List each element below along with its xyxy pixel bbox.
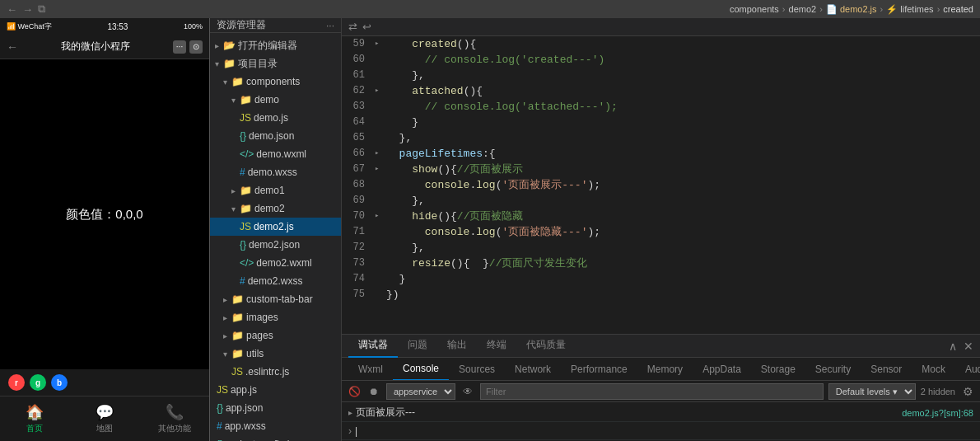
phone-battery: 100% (184, 22, 203, 30)
console-row: ▸ 页面被展示--- demo2.js?[sm]:68 (342, 404, 980, 422)
tab-code-quality[interactable]: 代码质量 (516, 335, 576, 358)
tree-components[interactable]: 📁 components (210, 73, 341, 91)
json-file-icon: {} (240, 130, 246, 142)
console-cursor: | (355, 425, 357, 437)
tab-appdata[interactable]: AppData (693, 358, 751, 381)
tab-terminal[interactable]: 终端 (477, 335, 516, 358)
folder-icon-6: 📁 (231, 293, 244, 305)
tree-images[interactable]: 📁 images (210, 308, 341, 326)
tab-security[interactable]: Security (805, 358, 861, 381)
console-prompt-icon: › (348, 425, 352, 437)
tab-console[interactable]: Console (393, 358, 449, 381)
tree-demo-wxml-label: demo.wxml (256, 148, 306, 160)
folder-icon-9: 📁 (231, 348, 244, 359)
console-level-select[interactable]: Default levels ▾ (828, 383, 916, 400)
js-file-icon-4: JS (217, 384, 228, 396)
nav-map[interactable]: 💬 地图 (70, 396, 140, 441)
tab-output[interactable]: 输出 (437, 335, 477, 358)
tree-components-label: components (246, 76, 300, 87)
tree-demo-js[interactable]: JS demo.js (210, 109, 341, 127)
tree-project[interactable]: 📁 项目目录 (210, 54, 341, 73)
tree-demo2-js-label: demo2.js (254, 221, 294, 232)
nav-forward-icon[interactable]: → (22, 3, 33, 16)
breadcrumb-demo2: demo2 (789, 4, 817, 14)
tree-appjson[interactable]: {} app.json (210, 399, 341, 417)
tree-demo1[interactable]: 📁 demo1 (210, 181, 341, 199)
nav-contacts[interactable]: 📞 其他功能 (139, 396, 209, 441)
panel-close-icon[interactable]: ✕ (964, 340, 973, 353)
panel-minimize-icon[interactable]: ∧ (949, 340, 957, 353)
tree-demo2-wxss[interactable]: # demo2.wxss (210, 272, 341, 290)
tab-sensor[interactable]: Sensor (861, 358, 912, 381)
console-filter-input[interactable] (480, 383, 824, 400)
tree-projectconfig[interactable]: {} project.config.json (210, 435, 341, 441)
undo-icon[interactable]: ↩ (362, 21, 371, 33)
nav-back-icon[interactable]: ← (7, 3, 17, 16)
tree-demo-wxss[interactable]: # demo.wxss (210, 163, 341, 181)
tree-demo2-label: demo2 (254, 203, 285, 214)
tab-storage[interactable]: Storage (751, 358, 805, 381)
bottom-panel: 调试器 问题 输出 终端 代码质量 ∧ ✕ Wxml Console Sourc… (342, 334, 980, 441)
phone-content: 颜色值：0,0,0 (0, 59, 209, 369)
file-tree-more[interactable]: ··· (326, 20, 334, 31)
tree-eslintrc[interactable]: JS .eslintrc.js (210, 363, 341, 381)
format-icon[interactable]: ⇄ (348, 21, 357, 33)
file-tree-panel: 资源管理器 ··· 📂 打开的编辑器 📁 项目目录 📁 components 📁… (210, 18, 342, 441)
appservice-select[interactable]: appservice (386, 383, 455, 400)
js-file-icon-2: JS (240, 221, 251, 232)
tree-project-label: 项目目录 (238, 57, 278, 71)
nav-home[interactable]: 🏠 首页 (0, 396, 70, 441)
tab-performance[interactable]: Performance (561, 358, 637, 381)
tree-demo2-wxml-label: demo2.wxml (256, 257, 311, 269)
code-line-61: 61 }, (342, 68, 980, 83)
split-icon[interactable]: ⧉ (38, 2, 45, 16)
folder-open-icon: 📁 (223, 58, 236, 69)
tree-open-editors[interactable]: 📂 打开的编辑器 (210, 36, 341, 54)
breadcrumb-components: components (730, 4, 779, 14)
tree-demo2-wxml[interactable]: </> demo2.wxml (210, 254, 341, 272)
phone-nav: 🏠 首页 💬 地图 📞 其他功能 (0, 396, 209, 441)
tree-demo2-js[interactable]: JS demo2.js (210, 218, 341, 236)
hidden-count: 2 hidden (921, 387, 955, 396)
console-clear-icon[interactable]: 🚫 (347, 384, 362, 399)
code-line-69: 69 }, (342, 193, 980, 209)
tree-demo-wxml[interactable]: </> demo.wxml (210, 145, 341, 163)
tab-problems[interactable]: 问题 (398, 335, 437, 358)
console-stop-icon[interactable]: ⏺ (366, 384, 381, 399)
breadcrumb-created: created (943, 4, 973, 14)
console-source[interactable]: demo2.js?[sm]:68 (902, 408, 973, 418)
tab-mock[interactable]: Mock (912, 358, 955, 381)
folder-icon-4: 📁 (240, 185, 252, 196)
tree-appwxss[interactable]: # app.wxss (210, 417, 341, 435)
expand-icon: ▸ (348, 408, 352, 417)
code-line-66: 66 ▸ pageLifetimes:{ (342, 146, 980, 162)
folder-icon-5: 📁 (240, 203, 252, 214)
folder-icon-2: 📁 (231, 76, 244, 87)
code-line-72: 72 }, (342, 240, 980, 256)
tree-appwxss-label: app.wxss (225, 420, 266, 432)
tab-network[interactable]: Network (505, 358, 561, 381)
code-line-75: 75 }) (342, 287, 980, 303)
tree-images-label: images (246, 312, 278, 323)
tree-appjs[interactable]: JS app.js (210, 381, 341, 399)
console-settings-icon[interactable]: ⚙ (960, 384, 975, 399)
tree-demo[interactable]: 📁 demo (210, 91, 341, 109)
tree-demo2-json[interactable]: {} demo2.json (210, 236, 341, 254)
tab-debugger[interactable]: 调试器 (348, 335, 398, 358)
file-tree-title: 资源管理器 (217, 18, 266, 32)
console-eye-icon[interactable]: 👁 (460, 384, 475, 399)
code-editor[interactable]: 59 ▸ created(){ 60 // console.log('creat… (342, 36, 980, 334)
tab-sources[interactable]: Sources (449, 358, 505, 381)
tree-utils[interactable]: 📁 utils (210, 345, 341, 363)
tab-wxml[interactable]: Wxml (348, 358, 393, 381)
phone-dots: ··· ⊙ (173, 40, 203, 54)
tree-demo-json[interactable]: {} demo.json (210, 127, 341, 145)
tree-demo2[interactable]: 📁 demo2 (210, 199, 341, 218)
tab-audits[interactable]: Audits (955, 358, 980, 381)
tree-custom-tab-bar[interactable]: 📁 custom-tab-bar (210, 290, 341, 308)
tree-pages[interactable]: 📁 pages (210, 326, 341, 345)
console-input-row[interactable]: › | (342, 422, 980, 440)
js-file-icon-3: JS (231, 366, 243, 378)
tab-memory[interactable]: Memory (637, 358, 693, 381)
chat-icon: 💬 (96, 403, 114, 421)
